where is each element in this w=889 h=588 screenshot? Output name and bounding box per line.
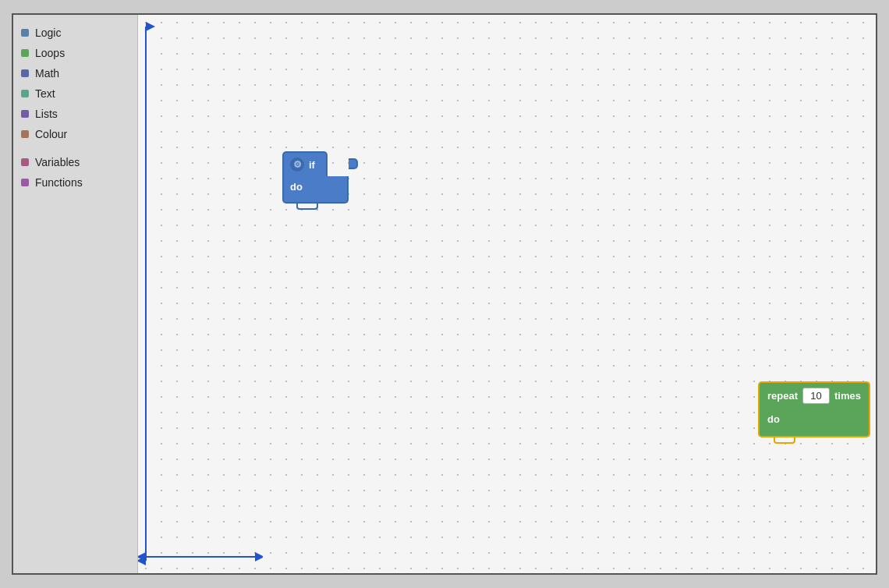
sidebar-divider xyxy=(13,144,137,152)
sidebar-label-lists: Lists xyxy=(35,108,58,120)
do-label: do xyxy=(290,181,303,193)
sidebar-label-variables: Variables xyxy=(35,156,80,168)
sidebar-label-math: Math xyxy=(35,67,59,80)
repeat-do-label: do xyxy=(767,413,780,425)
repeat-count-value: 10 xyxy=(810,390,821,402)
repeat-bottom-notch xyxy=(774,437,795,444)
repeat-block[interactable]: repeat 10 times do xyxy=(758,381,870,437)
logic-color-dot xyxy=(21,29,29,37)
sidebar-label-logic: Logic xyxy=(35,27,61,39)
resize-arrows xyxy=(138,15,263,573)
sidebar-item-colour[interactable]: Colour xyxy=(13,124,137,144)
if-block-shape: ⚙ if do xyxy=(282,151,349,204)
sidebar-label-colour: Colour xyxy=(35,128,67,140)
gear-icon: ⚙ xyxy=(290,158,304,172)
repeat-count-input[interactable]: 10 xyxy=(802,388,830,404)
math-color-dot xyxy=(21,69,29,77)
text-color-dot xyxy=(21,90,29,97)
main-container: Logic Loops Math Text Lists Colour Varia… xyxy=(12,13,877,575)
sidebar-label-functions: Functions xyxy=(35,176,83,189)
lists-color-dot xyxy=(21,110,29,118)
sidebar-item-math[interactable]: Math xyxy=(13,63,137,83)
if-block[interactable]: ⚙ if do xyxy=(282,151,349,204)
sidebar-label-loops: Loops xyxy=(35,47,65,59)
sidebar-item-lists[interactable]: Lists xyxy=(13,104,137,124)
sidebar-label-text: Text xyxy=(35,87,55,100)
functions-color-dot xyxy=(21,179,29,186)
if-label: if xyxy=(309,159,315,171)
sidebar-item-logic[interactable]: Logic xyxy=(13,23,137,43)
sidebar-item-loops[interactable]: Loops xyxy=(13,43,137,63)
repeat-label: repeat xyxy=(767,390,798,402)
sidebar-item-variables[interactable]: Variables xyxy=(13,152,137,172)
repeat-block-shape: repeat 10 times do xyxy=(758,381,870,437)
if-bottom-notch xyxy=(296,204,318,210)
colour-color-dot xyxy=(21,130,29,138)
canvas-area[interactable]: ⚙ if do xyxy=(138,15,876,573)
loops-color-dot xyxy=(21,49,29,57)
variables-color-dot xyxy=(21,158,29,166)
sidebar-item-text[interactable]: Text xyxy=(13,83,137,104)
sidebar-item-functions[interactable]: Functions xyxy=(13,172,137,193)
if-right-notch xyxy=(349,158,358,169)
times-label: times xyxy=(834,390,861,402)
sidebar: Logic Loops Math Text Lists Colour Varia… xyxy=(13,15,138,573)
